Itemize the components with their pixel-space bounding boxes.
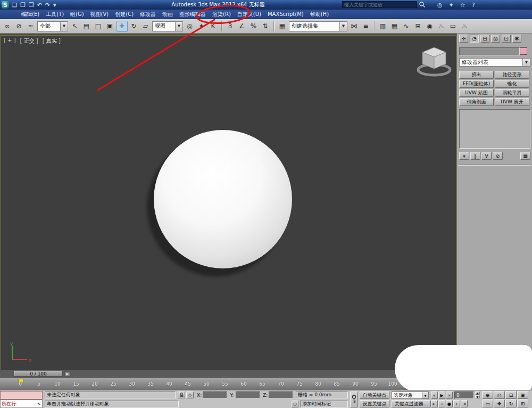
frame-spinner-down[interactable]: ▼ [475, 395, 480, 398]
create-tab[interactable]: ✛ [459, 35, 468, 43]
modifier-unwrap-uvw-button[interactable]: UVW 展开 [495, 98, 529, 106]
orbit-icon[interactable]: ↻ [505, 399, 517, 407]
snap-toggle-3d-icon[interactable]: 3 [225, 21, 236, 32]
orthographic-viewport[interactable]: + 正交 真实 x y [1, 35, 456, 370]
configure-modifier-sets-icon[interactable]: ▦ [520, 152, 530, 160]
time-slider-next-frame-button[interactable]: ▶ [64, 371, 71, 377]
percent-snap-icon[interactable]: % [248, 21, 259, 32]
help-icon[interactable]: ? [472, 2, 475, 9]
pan-view-icon[interactable]: ✥ [494, 399, 505, 407]
maximize-viewport-toggle-icon[interactable]: ⊞ [517, 399, 528, 407]
angle-snap-icon[interactable]: ∠ [236, 21, 247, 32]
motion-tab[interactable]: ◎ [491, 35, 500, 43]
y-coordinate-input[interactable] [236, 391, 260, 398]
viewport-pov-menu[interactable]: 正交 [20, 37, 38, 45]
mirror-icon[interactable]: ⋈ [348, 21, 360, 32]
menu-create[interactable]: 创建(C) [112, 10, 137, 19]
zoom-all-icon[interactable]: ◎ [494, 391, 505, 399]
zoom-extents-icon[interactable]: ⊡ [505, 391, 517, 399]
menu-views[interactable]: 视图(V) [87, 10, 112, 19]
modifier-uvw-map-button[interactable]: UVW 贴图 [459, 89, 494, 97]
undo-icon[interactable]: ↶ [37, 2, 42, 9]
menu-maxscript[interactable]: MAXScript(M) [264, 10, 307, 19]
bind-to-space-warp-icon[interactable]: ≈ [25, 21, 36, 32]
window-crossing-icon[interactable]: ▣ [104, 21, 115, 32]
time-slider-handle[interactable]: 0 / 100 [14, 371, 63, 377]
menu-modifiers[interactable]: 修改器 [137, 10, 159, 19]
go-to-start-button[interactable]: ⇤ [431, 400, 438, 407]
rendered-frame-window-icon[interactable]: ▭ [447, 21, 459, 32]
project-folder-icon[interactable]: ▾ [53, 2, 56, 9]
unlink-selection-icon[interactable]: ⊘ [13, 21, 24, 32]
search-icon[interactable] [418, 1, 426, 9]
next-key-button[interactable]: » [446, 391, 453, 399]
pin-stack-icon[interactable]: ∗ [459, 152, 469, 160]
maxscript-mini-listener-script-row[interactable]: 所在行: < [0, 399, 43, 408]
previous-frame-button[interactable]: ‹ [438, 400, 445, 407]
modifier-ffd-cylinder-button[interactable]: FFD(圆柱体) [459, 80, 494, 88]
communication-center-icon[interactable]: ✦ [449, 2, 454, 9]
listener-collapse-handle[interactable]: < [37, 401, 42, 406]
sphere-object[interactable] [154, 130, 292, 268]
remove-modifier-icon[interactable]: ⊘ [493, 152, 503, 160]
maxscript-mini-listener-macro-row[interactable] [0, 391, 43, 399]
named-selection-sets-dropdown[interactable]: 创建选择集 ▼ [289, 21, 347, 31]
open-file-icon[interactable]: ❐ [20, 2, 26, 9]
zoom-icon[interactable]: ◉ [482, 391, 493, 399]
absolute-offset-mode-toggle[interactable]: ◇ [186, 391, 194, 398]
auto-key-toggle[interactable]: 自动关键点 [360, 391, 389, 399]
menu-group[interactable]: 组(G) [67, 10, 87, 19]
selection-lock-toggle[interactable] [178, 391, 185, 398]
hierarchy-tab[interactable]: ⊟ [480, 35, 489, 43]
subscription-center-icon[interactable]: ◎ [437, 2, 443, 9]
modifier-turbosmooth-button[interactable]: 涡轮平滑 [495, 89, 529, 97]
selection-filter-dropdown[interactable]: 全部 ▼ [37, 21, 68, 31]
curve-editor-icon[interactable]: ∿ [401, 21, 412, 32]
menu-graph-editors[interactable]: 图形编辑器 [176, 10, 209, 19]
modifier-path-deform-button[interactable]: 路径变形 [495, 71, 529, 79]
align-icon[interactable]: ≡ [360, 21, 371, 32]
play-button[interactable]: ▶ [438, 391, 445, 399]
previous-key-button[interactable]: « [431, 391, 438, 399]
time-tag-clock-icon[interactable]: ◷ [292, 401, 298, 407]
select-by-name-icon[interactable]: ▤ [81, 21, 92, 32]
key-filter-dropdown[interactable]: 选定对象 ▼ [392, 391, 429, 399]
zoom-extents-all-icon[interactable]: ▣ [517, 391, 528, 399]
menu-help[interactable]: 帮助(H) [307, 10, 332, 19]
3ds-max-logo-icon[interactable]: S [2, 1, 9, 9]
frame-spinner-up[interactable]: ▲ [475, 391, 480, 395]
select-and-link-icon[interactable]: ∞ [2, 21, 13, 32]
track-bar[interactable]: 0510152025303540455055606570758085909510… [0, 377, 456, 390]
modifier-stack-list[interactable] [459, 109, 530, 149]
menu-tools[interactable]: 工具(T) [43, 10, 67, 19]
utilities-tab[interactable]: ✱ [512, 35, 521, 43]
save-file-icon[interactable]: ❒ [29, 2, 34, 9]
graphite-ribbon-icon[interactable]: ▦ [389, 21, 400, 32]
schematic-view-icon[interactable]: ⊞ [412, 21, 423, 32]
make-unique-icon[interactable]: ∀ [481, 152, 492, 160]
modifier-bevel-profile-button[interactable]: 倒角剖面 [459, 98, 494, 106]
view-cube[interactable] [415, 44, 453, 78]
object-name-input[interactable] [459, 47, 520, 55]
render-setup-icon[interactable]: ♨ [436, 21, 447, 32]
current-frame-field[interactable]: 0 [454, 391, 474, 399]
select-and-rotate-icon[interactable]: ↻ [128, 21, 139, 32]
use-pivot-point-center-icon[interactable]: ◎ [184, 21, 195, 32]
key-filters-button[interactable]: 关键点过滤器... [392, 400, 431, 407]
x-coordinate-input[interactable] [203, 391, 227, 398]
time-slider-track[interactable]: 0 / 100 ▶ [0, 370, 456, 377]
modifier-taper-button[interactable]: 锥化 [495, 80, 529, 88]
new-scene-icon[interactable]: ❏ [12, 2, 17, 9]
manage-layers-icon[interactable]: ▥ [377, 21, 388, 32]
modifier-list-dropdown[interactable]: 修改器列表 ▼ [459, 58, 530, 67]
menu-customize[interactable]: 自定义(U) [234, 10, 264, 19]
menu-animation[interactable]: 动画 [159, 10, 176, 19]
add-time-tag[interactable]: 添加时间标记 [300, 401, 348, 407]
spinner-snap-icon[interactable]: ⇅ [260, 21, 271, 32]
reference-coordinate-system-dropdown[interactable]: 视图 ▼ [152, 21, 183, 31]
modifier-extrude-button[interactable]: 挤出 [459, 71, 494, 79]
modify-tab[interactable]: ◔ [470, 35, 479, 43]
display-tab[interactable]: ⊡ [502, 35, 511, 43]
redo-icon[interactable]: ↷ [45, 2, 50, 9]
rectangular-selection-region-icon[interactable]: □ [93, 21, 104, 32]
